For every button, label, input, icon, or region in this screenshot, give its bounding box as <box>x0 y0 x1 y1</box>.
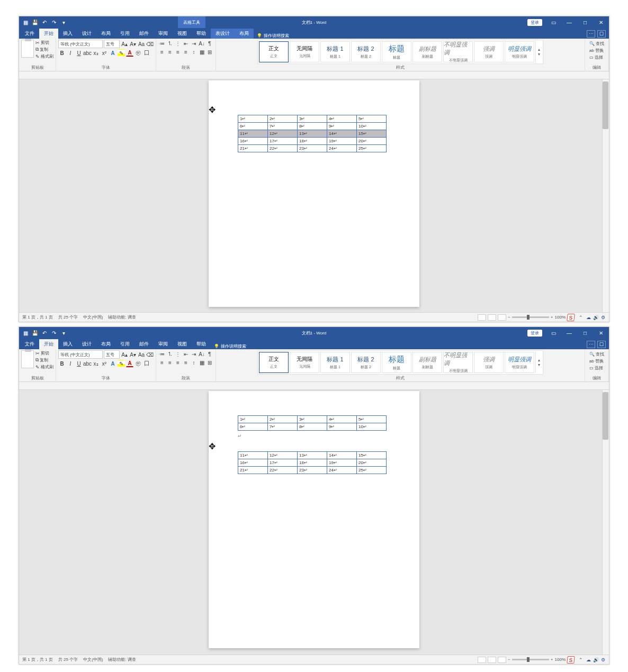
table-cell[interactable]: 10↵ <box>357 123 387 130</box>
borders-icon[interactable]: ⊞ <box>206 359 213 366</box>
scroll-thumb[interactable] <box>603 81 608 129</box>
scroll-thumb[interactable] <box>603 392 608 440</box>
subscript-button[interactable]: x₂ <box>92 49 100 57</box>
shrink-font-icon[interactable]: A▾ <box>129 40 137 48</box>
shrink-font-icon[interactable]: A▾ <box>129 351 137 358</box>
table-cell[interactable]: 25↵ <box>357 145 387 152</box>
cut-button[interactable]: 剪切 <box>35 350 53 356</box>
table-cell[interactable]: 19↵ <box>327 459 357 467</box>
paste-button[interactable] <box>21 40 34 58</box>
cut-button[interactable]: 剪切 <box>35 40 53 46</box>
horizontal-ruler[interactable] <box>19 71 609 79</box>
paste-button[interactable] <box>21 350 34 368</box>
table-row[interactable]: 1↵2↵3↵4↵5↵ <box>238 416 387 423</box>
view-web-icon[interactable] <box>498 657 506 663</box>
font-color-icon[interactable]: A <box>126 360 133 367</box>
strikethrough-button[interactable]: abc <box>84 49 91 57</box>
zoom-out-icon[interactable]: − <box>508 315 510 320</box>
tab-layout[interactable]: 布局 <box>96 339 115 349</box>
zoom-level[interactable]: 100% <box>555 657 566 662</box>
numbering-icon[interactable]: ⒈ <box>166 40 174 47</box>
table-cell[interactable]: 2↵ <box>268 416 298 423</box>
table-cell[interactable]: 13↵ <box>298 130 327 138</box>
align-right-icon[interactable]: ≡ <box>174 359 182 366</box>
status-words[interactable]: 共 25 个字 <box>58 657 78 662</box>
bullets-icon[interactable]: ≔ <box>158 40 166 47</box>
table-cell[interactable]: 24↵ <box>327 467 357 474</box>
undo-icon[interactable]: ↶ <box>41 19 48 25</box>
italic-button[interactable]: I <box>67 360 74 367</box>
tell-me-search[interactable]: 💡操作说明搜索 <box>257 33 289 39</box>
status-lang[interactable]: 中文(中国) <box>83 657 103 662</box>
table-cell[interactable]: 21↵ <box>238 145 268 152</box>
table-cell[interactable]: 16↵ <box>238 138 268 145</box>
table-cell[interactable]: 6↵ <box>238 123 268 130</box>
find-button[interactable]: 🔍 查找 <box>589 351 604 357</box>
tray-icon[interactable]: ☁ <box>586 315 591 320</box>
table-cell[interactable]: 8↵ <box>298 123 327 130</box>
tab-help[interactable]: 帮助 <box>192 29 211 39</box>
strikethrough-button[interactable]: abc <box>84 360 91 367</box>
table-cell[interactable]: 12↵ <box>268 452 298 459</box>
table-cell[interactable]: 23↵ <box>298 467 327 474</box>
view-web-icon[interactable] <box>498 314 506 321</box>
tab-design[interactable]: 设计 <box>77 339 96 349</box>
table-row[interactable]: 16↵17↵18↵19↵20↵ <box>238 138 387 145</box>
table-cell[interactable]: 11↵ <box>238 452 268 459</box>
zoom-in-icon[interactable]: + <box>551 315 553 320</box>
font-name-combo[interactable]: 等线 (中文正文) <box>58 350 103 359</box>
style-intense-emph[interactable]: 明显强调明显强调 <box>505 352 534 373</box>
style-emphasis[interactable]: 强调强调 <box>474 352 504 373</box>
qat-customize-icon[interactable]: ▾ <box>60 330 67 336</box>
tab-design[interactable]: 设计 <box>77 29 96 39</box>
increase-indent-icon[interactable]: ⇥ <box>190 350 198 358</box>
borders-icon[interactable]: ⊞ <box>206 48 213 56</box>
tab-mailings[interactable]: 邮件 <box>134 29 154 39</box>
horizontal-ruler[interactable] <box>19 382 609 390</box>
status-page[interactable]: 第 1 页，共 1 页 <box>22 314 53 320</box>
italic-button[interactable]: I <box>67 49 74 57</box>
status-words[interactable]: 共 25 个字 <box>58 314 78 320</box>
zoom-slider[interactable] <box>512 659 549 660</box>
multilevel-icon[interactable]: ⋮ <box>174 350 182 358</box>
table-cell[interactable]: 5↵ <box>357 416 387 423</box>
undo-icon[interactable]: ↶ <box>41 330 48 336</box>
table-cell[interactable]: 10↵ <box>357 423 387 431</box>
superscript-button[interactable]: x² <box>101 360 108 367</box>
table-cell[interactable]: 3↵ <box>298 416 327 423</box>
qat-customize-icon[interactable]: ▾ <box>60 19 67 25</box>
document-table[interactable]: 1↵2↵3↵4↵5↵6↵7↵8↵9↵10↵11↵12↵13↵14↵15↵16↵1… <box>238 115 387 152</box>
justify-icon[interactable]: ≡ <box>182 48 190 56</box>
table-row[interactable]: 1↵2↵3↵4↵5↵ <box>238 115 387 123</box>
justify-icon[interactable]: ≡ <box>182 359 190 366</box>
table-cell[interactable]: 12↵ <box>268 130 298 138</box>
copy-button[interactable]: 复制 <box>35 357 53 363</box>
style-title[interactable]: 标题标题 <box>382 352 411 373</box>
table-cell[interactable]: 14↵ <box>327 130 357 138</box>
shading-icon[interactable]: ▦ <box>198 48 205 56</box>
increase-indent-icon[interactable]: ⇥ <box>190 40 198 47</box>
tab-insert[interactable]: 插入 <box>58 339 77 349</box>
table-cell[interactable]: 22↵ <box>268 467 298 474</box>
login-button[interactable]: 登录 <box>527 19 542 26</box>
change-case-icon[interactable]: Aa <box>138 40 145 48</box>
table-cell[interactable]: 13↵ <box>298 452 327 459</box>
tab-layout[interactable]: 布局 <box>96 29 115 39</box>
sogou-ime-icon[interactable]: S <box>567 656 575 664</box>
align-left-icon[interactable]: ≡ <box>158 359 166 366</box>
tray-icon[interactable]: 🔊 <box>593 657 598 662</box>
table-cell[interactable]: 17↵ <box>268 138 298 145</box>
style-heading1[interactable]: 标题 1标题 1 <box>320 352 350 373</box>
table-cell[interactable]: 18↵ <box>298 138 327 145</box>
table-cell[interactable]: 11↵ <box>238 130 268 138</box>
table-cell[interactable]: 9↵ <box>327 423 357 431</box>
tab-home[interactable]: 开始 <box>39 339 58 349</box>
vertical-scrollbar[interactable] <box>602 79 609 312</box>
find-button[interactable]: 🔍 查找 <box>589 41 604 47</box>
select-button[interactable]: ▭ 选择 <box>589 55 604 60</box>
styles-gallery[interactable]: 正文正文 无间隔无间隔 标题 1标题 1 标题 2标题 2 标题标题 副标题副标… <box>257 40 543 64</box>
phonetic-guide-icon[interactable]: ㊥ <box>134 360 142 367</box>
tab-file[interactable]: 文件 <box>20 339 39 349</box>
comments-icon[interactable]: ☐ <box>597 30 606 38</box>
align-center-icon[interactable]: ≡ <box>166 359 174 366</box>
